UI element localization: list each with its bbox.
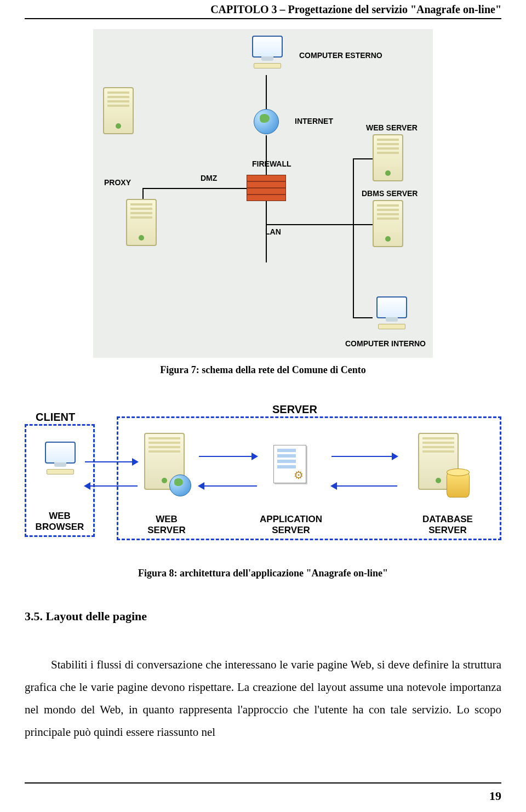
label-firewall: FIREWALL xyxy=(252,159,291,168)
arrow-icon xyxy=(331,485,397,487)
database-icon xyxy=(447,471,470,498)
arrow-icon xyxy=(85,485,138,487)
figure-8: CLIENT SERVER WEB BROWSER WEB SERVER APP… xyxy=(25,409,501,579)
body-paragraph: Stabiliti i flussi di conversazione che … xyxy=(25,654,501,744)
label-web-server: WEB SERVER xyxy=(366,123,418,132)
label-internet: INTERNET xyxy=(295,117,333,125)
label-dmz: DMZ xyxy=(201,174,217,182)
globe-icon xyxy=(254,109,279,134)
label-computer-esterno: COMPUTER ESTERNO xyxy=(299,51,382,60)
label-application-server: APPLICATION SERVER xyxy=(253,514,329,536)
server-tower-icon xyxy=(126,199,159,248)
arrow-icon xyxy=(199,456,257,457)
footer-rule xyxy=(25,782,501,784)
figure-8-caption: Figura 8: architettura dell'applicazione… xyxy=(25,568,501,579)
label-web-browser: WEB BROWSER xyxy=(31,511,88,533)
label-computer-interno: COMPUTER INTERNO xyxy=(345,339,426,348)
globe-icon xyxy=(169,474,191,496)
label-dbms-server: DBMS SERVER xyxy=(362,189,418,198)
figure-7: COMPUTER ESTERNO INTERNET FIREWALL DMZ P… xyxy=(25,29,501,376)
server-tower-icon xyxy=(373,134,405,184)
section-heading: 3.5. Layout delle pagine xyxy=(25,609,501,624)
firewall-icon xyxy=(247,175,286,201)
network-diagram: COMPUTER ESTERNO INTERNET FIREWALL DMZ P… xyxy=(93,29,433,358)
arrow-icon xyxy=(85,461,138,462)
computer-icon xyxy=(373,296,411,335)
computer-icon xyxy=(41,442,79,480)
page-header: CAPITOLO 3 – Progettazione del servizio … xyxy=(25,0,501,19)
label-database-server: DATABASE SERVER xyxy=(415,514,481,536)
arrow-icon xyxy=(331,456,397,457)
server-tower-icon xyxy=(373,200,405,249)
computer-icon xyxy=(248,36,287,74)
application-icon xyxy=(273,445,306,483)
server-tower-icon xyxy=(103,87,136,136)
page-number: 19 xyxy=(489,789,501,803)
figure-7-caption: Figura 7: schema della rete del Comune d… xyxy=(25,364,501,376)
arrow-icon xyxy=(199,485,257,487)
label-lan: LAN xyxy=(265,227,281,236)
label-server-title: SERVER xyxy=(272,403,317,416)
architecture-diagram: CLIENT SERVER WEB BROWSER WEB SERVER APP… xyxy=(25,409,501,557)
label-client-title: CLIENT xyxy=(36,411,75,424)
label-proxy: PROXY xyxy=(104,178,131,187)
label-web-server-arch: WEB SERVER xyxy=(142,514,191,536)
